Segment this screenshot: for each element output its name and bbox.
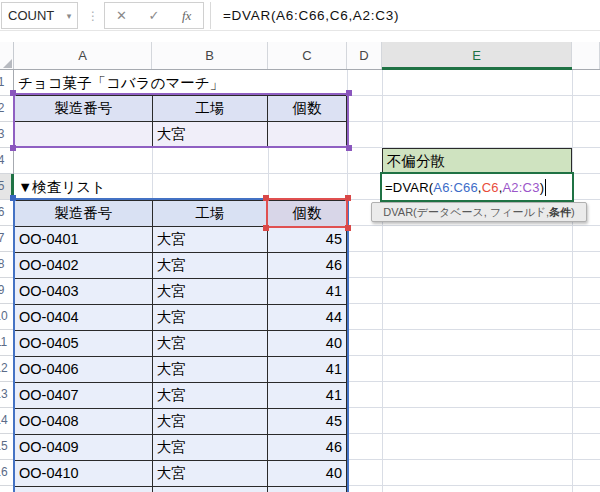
text-cursor <box>545 179 546 196</box>
inspection-list-table: 製造番号 工場 個数 OO-0401 大宮 45 OO-0402 大宮 46 O… <box>14 200 347 492</box>
list-cell-id[interactable] <box>15 487 153 492</box>
criteria-header-row: 製造番号 工場 個数 <box>15 96 347 122</box>
list-cell-qty[interactable]: 45 <box>268 409 347 435</box>
insert-function-icon[interactable]: fx <box>170 3 203 28</box>
row-header-9[interactable]: 9 <box>0 278 13 304</box>
list-cell-id[interactable]: OO-0409 <box>15 435 153 461</box>
formula-bar-input[interactable]: =DVAR(A6:C66,C6,A2:C3) <box>210 2 600 29</box>
list-cell-factory[interactable]: 大宮 <box>153 305 269 331</box>
excel-window: COUNT ▾ ⋮ ✕ ✓ fx =DVAR(A6:C66,C6,A2:C3) … <box>0 0 600 492</box>
row-header-4[interactable]: 4 <box>0 148 13 174</box>
list-cell-qty[interactable]: 46 <box>268 435 347 461</box>
formula-segment-database-ref: A6:C66 <box>433 180 478 195</box>
name-box-caret-icon[interactable]: ▾ <box>61 11 77 21</box>
column-header-c[interactable]: C <box>268 42 347 69</box>
list-cell-id[interactable]: OO-0408 <box>15 409 153 435</box>
cell-a1-title[interactable]: チョコ菓子「コバラのマーチ」 <box>14 70 347 96</box>
column-header-b[interactable]: B <box>152 42 268 69</box>
list-cell-qty[interactable]: 41 <box>268 383 347 409</box>
list-cell-id[interactable]: OO-0404 <box>15 305 153 331</box>
column-headers: A B C D E <box>0 42 600 70</box>
list-cell-factory[interactable]: 大宮 <box>153 461 269 487</box>
list-cell-id[interactable]: OO-0407 <box>15 383 153 409</box>
list-cell-id[interactable]: OO-0402 <box>15 253 153 279</box>
column-header-a[interactable]: A <box>14 42 152 69</box>
row-header-14[interactable]: 14 <box>0 408 13 434</box>
list-cell-qty[interactable]: 44 <box>268 305 347 331</box>
column-header-d[interactable]: D <box>347 42 382 69</box>
row-header-17[interactable]: 17 <box>0 486 13 492</box>
criteria-header-qty[interactable]: 個数 <box>268 96 347 122</box>
list-cell-qty[interactable]: 45 <box>268 227 347 253</box>
list-cell-factory[interactable]: 大宮 <box>153 253 269 279</box>
list-cell-id[interactable]: OO-0406 <box>15 357 153 383</box>
range-handle <box>346 90 352 96</box>
cell-a5-list-label[interactable]: ▼検査リスト <box>14 174 347 200</box>
enter-icon[interactable]: ✓ <box>138 3 171 28</box>
name-box[interactable]: COUNT ▾ <box>1 2 78 29</box>
range-handle <box>10 145 16 151</box>
list-cell-qty[interactable]: 46 <box>268 253 347 279</box>
list-header-qty-field-cell[interactable]: 個数 <box>268 201 347 227</box>
list-cell-factory[interactable] <box>153 487 269 492</box>
tooltip-args: データベース, フィールド, <box>417 205 549 220</box>
row-header-13[interactable]: 13 <box>0 382 13 408</box>
criteria-header-id[interactable]: 製造番号 <box>15 96 153 122</box>
formula-segment-field-ref: C6 <box>482 180 499 195</box>
name-box-value: COUNT <box>2 8 61 23</box>
cell-e4-result-label[interactable]: 不偏分散 <box>382 148 572 174</box>
list-cell-qty[interactable]: 41 <box>268 357 347 383</box>
row-header-16[interactable]: 16 <box>0 460 13 486</box>
list-cell-qty[interactable]: 41 <box>268 279 347 305</box>
table-row: OO-0405 大宮 40 <box>15 331 347 357</box>
function-argument-tooltip: DVAR(データベース, フィールド, 条件) <box>371 202 587 222</box>
gridline-vertical <box>572 70 573 492</box>
row-header-12[interactable]: 12 <box>0 356 13 382</box>
row-header-15[interactable]: 15 <box>0 434 13 460</box>
criteria-value-row: 大宮 <box>15 122 347 148</box>
list-cell-factory[interactable]: 大宮 <box>153 383 269 409</box>
list-cell-id[interactable]: OO-0403 <box>15 279 153 305</box>
column-header-e[interactable]: E <box>382 42 572 69</box>
criteria-header-factory[interactable]: 工場 <box>153 96 269 122</box>
select-all-corner[interactable] <box>0 42 14 69</box>
formula-segment-function: =DVAR( <box>385 180 433 195</box>
row-header-11[interactable]: 11 <box>0 330 13 356</box>
row-header-6[interactable]: 6 <box>0 200 13 226</box>
criteria-cell-c3[interactable] <box>268 122 347 148</box>
list-header-factory[interactable]: 工場 <box>153 201 269 227</box>
active-column-underline <box>382 67 572 70</box>
criteria-cell-a3[interactable] <box>15 122 153 148</box>
formula-bar: COUNT ▾ ⋮ ✕ ✓ fx =DVAR(A6:C66,C6,A2:C3) <box>0 0 600 31</box>
cancel-icon[interactable]: ✕ <box>105 3 138 28</box>
gridline-vertical <box>382 70 383 492</box>
list-cell-id[interactable]: OO-0401 <box>15 227 153 253</box>
list-cell-qty[interactable] <box>268 487 347 492</box>
cell-e5-formula-editor[interactable]: =DVAR( A6:C66 , C6 , A2:C3 ) <box>380 172 574 202</box>
list-cell-factory[interactable]: 大宮 <box>153 435 269 461</box>
range-handle <box>10 90 16 96</box>
table-row: OO-0402 大宮 46 <box>15 253 347 279</box>
list-header-id[interactable]: 製造番号 <box>15 201 153 227</box>
list-cell-factory[interactable]: 大宮 <box>153 227 269 253</box>
criteria-cell-b3-factory[interactable]: 大宮 <box>153 122 269 148</box>
list-cell-id[interactable]: OO-0410 <box>15 461 153 487</box>
list-cell-factory[interactable]: 大宮 <box>153 279 269 305</box>
column-header-f[interactable] <box>572 42 600 69</box>
list-cell-factory[interactable]: 大宮 <box>153 331 269 357</box>
list-cell-qty[interactable]: 40 <box>268 461 347 487</box>
formula-bar-separator-icon: ⋮ <box>86 2 100 29</box>
row-header-7[interactable]: 7 <box>0 226 13 252</box>
list-cell-factory[interactable]: 大宮 <box>153 409 269 435</box>
criteria-table: 製造番号 工場 個数 大宮 <box>14 95 347 148</box>
list-cell-factory[interactable]: 大宮 <box>153 357 269 383</box>
row-header-10[interactable]: 10 <box>0 304 13 330</box>
row-header-2[interactable]: 2 <box>0 96 13 122</box>
list-cell-id[interactable]: OO-0405 <box>15 331 153 357</box>
list-cell-qty[interactable]: 40 <box>268 331 347 357</box>
range-handle <box>263 225 269 231</box>
row-header-8[interactable]: 8 <box>0 252 13 278</box>
row-headers: 1 2 3 4 5 6 7 8 9 10 11 12 13 14 15 16 1… <box>0 70 14 492</box>
select-all-triangle-icon <box>3 59 12 68</box>
table-row: OO-0403 大宮 41 <box>15 279 347 305</box>
